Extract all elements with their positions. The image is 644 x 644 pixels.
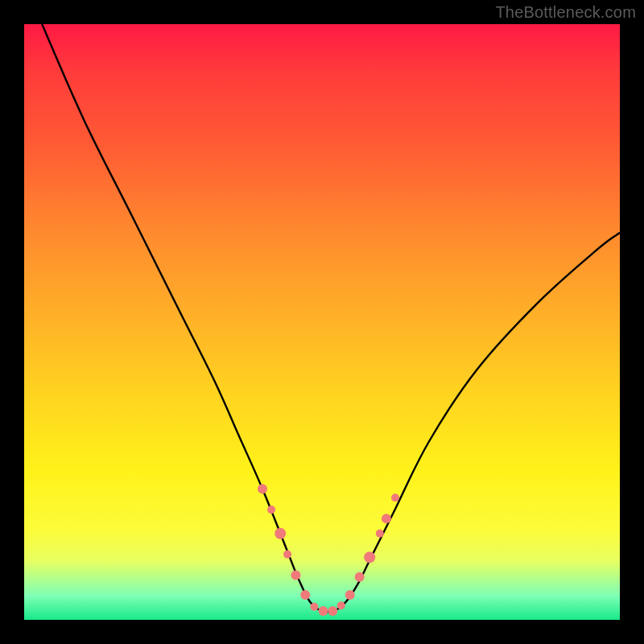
watermark-text: TheBottleneck.com <box>495 3 636 22</box>
marker-dot <box>291 571 300 580</box>
marker-dot <box>355 572 365 582</box>
marker-dot <box>318 606 328 616</box>
marker-dot <box>391 493 399 502</box>
marker-dot <box>267 506 275 514</box>
marker-dot <box>258 484 267 493</box>
marker-dot <box>382 514 391 523</box>
marker-dot <box>376 530 384 538</box>
marker-dot <box>364 551 375 563</box>
curve-line <box>42 24 620 612</box>
curve-path <box>42 24 620 612</box>
marker-dot <box>328 606 337 616</box>
chart-svg <box>24 24 620 620</box>
marker-dot <box>283 551 291 559</box>
marker-dot <box>337 601 345 609</box>
chart-frame: TheBottleneck.com <box>0 0 644 644</box>
marker-dot <box>300 590 310 600</box>
curve-markers <box>258 484 399 616</box>
marker-dot <box>275 528 286 539</box>
marker-dot <box>310 603 318 611</box>
marker-dot <box>345 590 355 600</box>
